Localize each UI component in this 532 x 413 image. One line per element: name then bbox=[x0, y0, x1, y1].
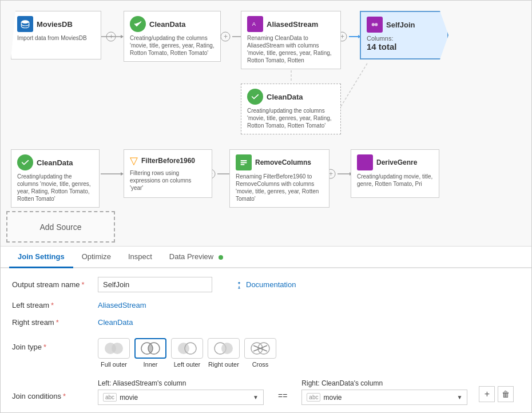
join-types-container: Full outer Inner bbox=[98, 338, 276, 368]
left-stream-row: Left stream * AliasedStream bbox=[12, 301, 520, 309]
svg-point-24 bbox=[21, 20, 29, 23]
join-conditions-label: Join conditions * bbox=[12, 379, 92, 400]
cleandata2-desc: Creating/updating the columns 'movie, ti… bbox=[247, 107, 335, 129]
svg-point-27 bbox=[375, 23, 378, 26]
svg-text:+: + bbox=[109, 33, 113, 41]
left-abc-badge: abc bbox=[103, 393, 117, 402]
svg-point-22 bbox=[106, 32, 116, 41]
aliasedstream-title: AliasedStream bbox=[267, 20, 318, 29]
join-conditions-headers: Left: AliasedStream's column abc movie ▼… bbox=[98, 379, 514, 405]
tab-inspect[interactable]: Inspect bbox=[120, 247, 161, 268]
node-filterbefore1960[interactable]: ▽ FilterBefore1960 Filtering rows using … bbox=[124, 149, 212, 198]
removecolumns-title: RemoveColumns bbox=[255, 158, 311, 166]
node-removecolumns[interactable]: RemoveColumns Renaming FilterBefore1960 … bbox=[229, 149, 329, 208]
removecolumns-icon bbox=[236, 154, 252, 170]
selfjoin-icon bbox=[367, 17, 383, 33]
moviesdb-icon bbox=[17, 16, 33, 32]
full-outer-label: Full outer bbox=[101, 361, 127, 368]
inner-label: Inner bbox=[143, 361, 157, 368]
output-stream-row: Output stream name * Documentation bbox=[12, 277, 520, 292]
output-stream-label: Output stream name * bbox=[12, 280, 92, 289]
node-selfjoin[interactable]: SelfJoin Columns: 14 total bbox=[360, 11, 448, 59]
svg-rect-30 bbox=[241, 164, 245, 165]
svg-point-26 bbox=[372, 23, 375, 26]
join-type-inner[interactable]: Inner bbox=[134, 338, 166, 368]
right-stream-value[interactable]: CleanData bbox=[98, 318, 133, 327]
right-outer-icon bbox=[208, 338, 240, 359]
cleandata2-icon bbox=[247, 89, 263, 105]
right-stream-label: Right stream * bbox=[12, 318, 92, 327]
canvas-area: + + + + bbox=[1, 1, 531, 247]
right-column-container: Right: CleanData's column abc movie ▼ bbox=[301, 379, 467, 405]
svg-point-2 bbox=[221, 32, 230, 41]
svg-point-40 bbox=[221, 343, 233, 354]
action-buttons: + 🗑 bbox=[479, 386, 514, 405]
cleandata3-desc: Creating/updating the columns 'movie, ti… bbox=[17, 173, 93, 202]
documentation-link[interactable]: Documentation bbox=[235, 280, 296, 289]
join-conditions-container: Left: AliasedStream's column abc movie ▼… bbox=[98, 379, 514, 405]
selfjoin-columns-count: 14 total bbox=[367, 42, 442, 51]
derivegenre-icon bbox=[357, 154, 373, 170]
documentation-label: Documentation bbox=[246, 280, 296, 289]
add-source-label: Add Source bbox=[39, 223, 81, 232]
cross-icon bbox=[244, 338, 276, 359]
right-column-header: Right: CleanData's column bbox=[301, 379, 467, 387]
cleandata1-icon bbox=[130, 16, 146, 32]
cleandata3-icon bbox=[17, 154, 33, 170]
equals-sign: == bbox=[275, 391, 290, 405]
node-aliasedstream[interactable]: A AliasedStream Renaming CleanData to Al… bbox=[241, 11, 341, 69]
right-outer-label: Right outer bbox=[208, 361, 239, 368]
svg-line-11 bbox=[341, 62, 368, 106]
left-stream-value[interactable]: AliasedStream bbox=[98, 301, 146, 309]
cleandata1-title: CleanData bbox=[149, 20, 186, 29]
moviesdb-desc: Import data from MoviesDB bbox=[17, 34, 95, 42]
left-stream-label: Left stream * bbox=[12, 301, 92, 309]
join-type-right-outer[interactable]: Right outer bbox=[208, 338, 240, 368]
left-dropdown-chevron: ▼ bbox=[253, 394, 259, 400]
left-column-select[interactable]: abc movie ▼ bbox=[98, 390, 264, 405]
join-type-full-outer[interactable]: Full outer bbox=[98, 338, 130, 368]
data-preview-dot bbox=[219, 255, 223, 260]
join-type-cross[interactable]: Cross bbox=[244, 338, 276, 368]
right-column-value: movie bbox=[323, 394, 342, 402]
derivegenre-title: DeriveGenre bbox=[376, 158, 417, 166]
left-outer-icon bbox=[171, 338, 203, 359]
removecolumns-desc: Renaming FilterBefore1960 to RemoveColum… bbox=[236, 173, 323, 202]
join-type-row: Join type * Full outer bbox=[12, 335, 520, 368]
cleandata1-desc: Creating/updating the columns 'movie, ti… bbox=[130, 34, 215, 57]
join-type-left-outer[interactable]: Left outer bbox=[171, 338, 203, 368]
svg-rect-29 bbox=[241, 162, 247, 163]
left-column-value: movie bbox=[120, 394, 138, 402]
right-abc-badge: abc bbox=[307, 393, 320, 402]
node-cleandata2[interactable]: CleanData Creating/updating the columns … bbox=[241, 84, 341, 134]
aliasedstream-desc: Renaming CleanData to AliasedStream with… bbox=[247, 34, 335, 64]
add-condition-button[interactable]: + bbox=[479, 386, 495, 402]
svg-rect-28 bbox=[241, 160, 247, 161]
moviesdb-title: MoviesDB bbox=[37, 20, 73, 29]
settings-panel: Output stream name * Documentation Left … bbox=[1, 268, 531, 412]
tab-data-preview[interactable]: Data Preview bbox=[161, 247, 232, 268]
node-derivegenre[interactable]: DeriveGenre Creating/updating movie, tit… bbox=[351, 149, 439, 198]
svg-point-37 bbox=[178, 343, 189, 354]
delete-condition-button[interactable]: 🗑 bbox=[498, 386, 514, 402]
right-dropdown-chevron: ▼ bbox=[456, 394, 462, 400]
tab-optimize[interactable]: Optimize bbox=[73, 247, 120, 268]
node-moviesdb[interactable]: MoviesDB Import data from MoviesDB bbox=[11, 11, 101, 59]
right-column-select[interactable]: abc movie ▼ bbox=[301, 390, 467, 405]
node-cleandata3[interactable]: CleanData Creating/updating the columns … bbox=[11, 149, 100, 208]
output-stream-input[interactable] bbox=[98, 277, 212, 292]
selfjoin-columns-label: Columns: bbox=[367, 35, 442, 42]
tab-join-settings[interactable]: Join Settings bbox=[9, 247, 73, 268]
right-stream-row: Right stream * CleanData bbox=[12, 318, 520, 327]
filterbefore1960-title: FilterBefore1960 bbox=[141, 157, 195, 165]
left-column-container: Left: AliasedStream's column abc movie ▼ bbox=[98, 379, 264, 405]
svg-point-32 bbox=[112, 343, 123, 354]
full-outer-icon bbox=[98, 338, 130, 359]
svg-text:+: + bbox=[340, 33, 344, 41]
svg-text:+: + bbox=[224, 33, 228, 41]
node-cleandata1[interactable]: CleanData Creating/updating the columns … bbox=[124, 11, 221, 62]
cleandata2-title: CleanData bbox=[267, 93, 303, 101]
left-outer-label: Left outer bbox=[174, 361, 200, 368]
inner-icon bbox=[134, 338, 166, 359]
add-source-box[interactable]: Add Source bbox=[6, 211, 115, 243]
